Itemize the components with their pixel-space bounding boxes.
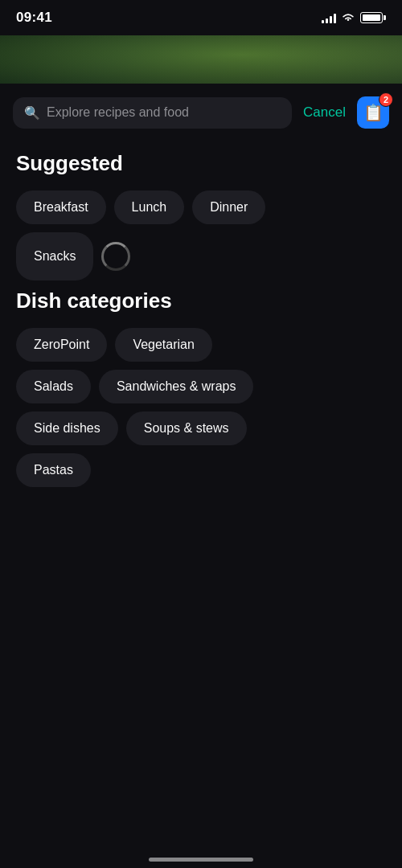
cancel-button[interactable]: Cancel xyxy=(302,101,347,124)
chip-side-dishes[interactable]: Side dishes xyxy=(16,411,118,445)
signal-bars-icon xyxy=(322,12,336,23)
chip-salads[interactable]: Salads xyxy=(16,370,91,403)
chip-zeropoint[interactable]: ZeroPoint xyxy=(16,328,107,362)
search-placeholder: Explore recipes and food xyxy=(47,105,189,120)
home-indicator xyxy=(149,858,253,862)
badge-count: 2 xyxy=(379,92,393,107)
chip-dinner[interactable]: Dinner xyxy=(192,190,265,224)
battery-icon xyxy=(360,12,386,23)
chip-lunch[interactable]: Lunch xyxy=(114,190,185,224)
dish-categories-title: Dish categories xyxy=(16,289,386,313)
chip-vegetarian[interactable]: Vegetarian xyxy=(115,328,212,362)
notebook-button[interactable]: 📋 2 xyxy=(357,96,389,129)
loading-spinner-container xyxy=(101,232,130,280)
suggested-section: Suggested Breakfast Lunch Dinner Snacks xyxy=(16,151,386,280)
status-bar: 09:41 xyxy=(0,0,402,35)
dish-chips-row-1: ZeroPoint Vegetarian xyxy=(16,328,386,362)
status-time: 09:41 xyxy=(16,10,52,26)
search-bar[interactable]: 🔍 Explore recipes and food xyxy=(13,97,292,129)
notebook-icon: 📋 xyxy=(363,103,384,122)
suggested-title: Suggested xyxy=(16,151,386,176)
main-content: Suggested Breakfast Lunch Dinner Snacks … xyxy=(0,138,402,511)
suggested-chips-row: Breakfast Lunch Dinner xyxy=(16,190,386,224)
chip-soups-stews[interactable]: Soups & stews xyxy=(126,411,247,445)
dish-chips-row-3: Side dishes Soups & stews xyxy=(16,411,386,445)
wifi-icon xyxy=(341,12,355,23)
chip-snacks[interactable]: Snacks xyxy=(16,232,93,280)
hero-image xyxy=(0,35,402,84)
status-icons xyxy=(322,12,386,23)
dish-chips-row-2: Salads Sandwiches & wraps xyxy=(16,370,386,403)
search-container: 🔍 Explore recipes and food Cancel 📋 2 xyxy=(0,84,402,138)
dish-categories-section: Dish categories ZeroPoint Vegetarian Sal… xyxy=(16,289,386,487)
loading-spinner-icon xyxy=(101,242,130,271)
suggested-chips-row-2: Snacks xyxy=(16,232,386,280)
chip-breakfast[interactable]: Breakfast xyxy=(16,190,106,224)
search-icon: 🔍 xyxy=(24,105,40,121)
chip-sandwiches[interactable]: Sandwiches & wraps xyxy=(99,370,254,403)
chip-pastas[interactable]: Pastas xyxy=(16,453,91,487)
dish-chips-row-4: Pastas xyxy=(16,453,386,487)
